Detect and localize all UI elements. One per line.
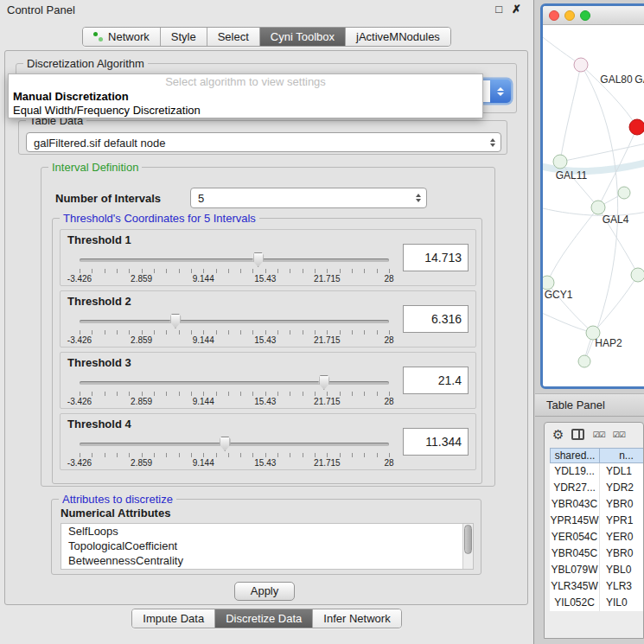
threshold-box: Threshold 1-3.4262.8599.14415.4321.71528… bbox=[60, 229, 476, 286]
list-item-betweennesscentrality[interactable]: BetweennessCentrality bbox=[61, 553, 473, 568]
tick-label: 28 bbox=[384, 335, 393, 345]
network-node-green[interactable] bbox=[618, 187, 630, 199]
tick-label: 28 bbox=[384, 397, 393, 406]
threshold-value-field[interactable]: 21.4 bbox=[403, 367, 469, 394]
tab-cyni-toolbox[interactable]: Cyni Toolbox bbox=[260, 28, 346, 46]
group-title: Interval Definition bbox=[48, 161, 142, 174]
network-canvas[interactable]: GAL80GAGAL11GAL4GCY1HAP2 bbox=[543, 25, 644, 388]
cell-name: YBR0 bbox=[600, 496, 644, 513]
tab-infer-network[interactable]: Infer Network bbox=[313, 609, 400, 628]
zoom-traffic-light[interactable] bbox=[580, 10, 590, 21]
tick-label: 21.715 bbox=[314, 458, 341, 468]
control-panel-titlebar: Control Panel □ ✗ bbox=[0, 0, 533, 19]
network-node-green[interactable] bbox=[591, 201, 605, 214]
slider-thumb[interactable] bbox=[318, 375, 329, 390]
combo-value: galFiltered.sif default node bbox=[34, 136, 165, 149]
network-node-green[interactable] bbox=[553, 155, 567, 169]
slider-tick-labels: -3.4262.8599.14415.4321.71528 bbox=[80, 397, 389, 406]
gear-icon[interactable]: ⚙ bbox=[552, 428, 564, 441]
tab-select[interactable]: Select bbox=[207, 28, 260, 46]
threshold-slider[interactable] bbox=[80, 314, 389, 329]
table-row[interactable]: YDR27...YDR2 bbox=[550, 480, 644, 496]
cell-shared-name: YBL079W bbox=[550, 562, 600, 578]
attributes-list[interactable]: SelfLoopsTopologicalCoefficientBetweenne… bbox=[61, 523, 474, 570]
cell-shared-name: YDR27... bbox=[550, 480, 600, 496]
table-row[interactable]: YIL052CYIL0 bbox=[550, 595, 644, 611]
table-row[interactable]: YPR145WYPR1 bbox=[550, 513, 644, 529]
close-traffic-light[interactable] bbox=[549, 10, 559, 21]
cell-shared-name: YPR145W bbox=[550, 513, 600, 529]
network-node-pink[interactable] bbox=[574, 58, 588, 72]
slider-thumb[interactable] bbox=[220, 437, 231, 451]
cell-shared-name: YLR345W bbox=[550, 578, 600, 595]
algorithm-dropdown-popup: Select algorithm to view settings Manual… bbox=[8, 73, 483, 118]
column-header-2[interactable]: n... bbox=[600, 448, 644, 463]
columns-icon[interactable] bbox=[571, 429, 584, 440]
slider-thumb[interactable] bbox=[169, 314, 181, 328]
network-view-window: GAL80GAGAL11GAL4GCY1HAP2 bbox=[540, 3, 644, 389]
dropdown-option-manual-discretization[interactable]: Manual Discretization bbox=[9, 90, 482, 104]
close-icon[interactable]: ✗ bbox=[512, 3, 521, 16]
dropdown-option-equal-width-frequency-discretization[interactable]: Equal Width/Frequency Discretization bbox=[9, 104, 482, 118]
minimize-traffic-light[interactable] bbox=[564, 10, 575, 21]
vertical-scrollbar[interactable] bbox=[462, 524, 473, 569]
threshold-label: Threshold 1 bbox=[67, 233, 131, 246]
slider-track bbox=[80, 381, 389, 385]
scrollbar-thumb[interactable] bbox=[464, 525, 472, 554]
threshold-value-field[interactable]: 6.316 bbox=[403, 305, 469, 333]
slider-ticks bbox=[80, 330, 390, 335]
tab-impute-data[interactable]: Impute Data bbox=[132, 609, 215, 628]
tab-label: Select bbox=[218, 30, 249, 43]
cell-name: YLR3 bbox=[600, 578, 644, 595]
table-row[interactable]: YLR345WYLR3 bbox=[550, 578, 644, 595]
threshold-value-field[interactable]: 11.344 bbox=[403, 428, 469, 456]
table-data-combobox[interactable]: galFiltered.sif default node bbox=[26, 132, 501, 152]
network-node-green[interactable] bbox=[543, 276, 554, 290]
table-data-group: Table Data galFiltered.sif default node bbox=[18, 120, 507, 155]
numerical-attributes-label: Numerical Attributes bbox=[61, 507, 170, 520]
threshold-box: Threshold 3-3.4262.8599.14415.4321.71528… bbox=[60, 352, 476, 409]
threshold-slider[interactable] bbox=[80, 437, 389, 452]
cyni-toolbox-panel: Discretization Algorithm Select algorith… bbox=[4, 50, 528, 605]
list-item-topologicalcoefficient[interactable]: TopologicalCoefficient bbox=[61, 539, 473, 553]
network-node-green[interactable] bbox=[578, 355, 590, 367]
combo-stepper[interactable] bbox=[416, 194, 421, 202]
slider-track bbox=[80, 258, 389, 262]
table-row[interactable]: YER054CYER0 bbox=[550, 529, 644, 545]
combo-stepper[interactable] bbox=[490, 80, 511, 103]
tab-network[interactable]: Network bbox=[83, 28, 161, 46]
combo-stepper[interactable] bbox=[490, 138, 495, 147]
tick-label: 21.715 bbox=[314, 335, 341, 345]
network-node-green[interactable] bbox=[631, 268, 644, 282]
float-window-icon[interactable]: □ bbox=[495, 3, 502, 16]
network-graph: GAL80GAGAL11GAL4GCY1HAP2 bbox=[543, 25, 644, 388]
tab-label: Style bbox=[171, 30, 196, 43]
table-row[interactable]: YBL079WYBL0 bbox=[550, 562, 644, 578]
thresholds-group: Threshold's Coordinates for 5 Intervals … bbox=[52, 218, 482, 484]
threshold-label: Threshold 4 bbox=[67, 418, 131, 430]
list-item-selfloops[interactable]: SelfLoops bbox=[61, 524, 473, 539]
tab-label: Network bbox=[108, 30, 150, 43]
network-icon bbox=[93, 31, 104, 42]
apply-button[interactable]: Apply bbox=[234, 582, 295, 601]
unselect-columns-icon[interactable]: ☑☑ bbox=[613, 430, 625, 439]
table-row[interactable]: YBR043CYBR0 bbox=[550, 496, 644, 513]
table-row[interactable]: YDL19...YDL1 bbox=[550, 463, 644, 480]
tick-label: 15.43 bbox=[254, 458, 276, 468]
table-row[interactable]: YBR045CYBR0 bbox=[550, 545, 644, 562]
threshold-slider[interactable] bbox=[80, 252, 389, 268]
column-header-1[interactable]: shared... bbox=[550, 448, 600, 463]
cell-name: YBR0 bbox=[600, 545, 644, 562]
number-of-intervals-combobox[interactable]: 5 bbox=[190, 188, 427, 208]
threshold-value-field[interactable]: 14.713 bbox=[403, 244, 469, 271]
down-arrow-icon bbox=[416, 199, 421, 202]
down-arrow-icon bbox=[497, 92, 504, 96]
select-all-columns-icon[interactable]: ☑☑ bbox=[592, 430, 604, 439]
tab-discretize-data[interactable]: Discretize Data bbox=[215, 609, 313, 628]
slider-thumb[interactable] bbox=[252, 252, 264, 267]
tick-label: 15.43 bbox=[254, 335, 276, 345]
threshold-slider[interactable] bbox=[80, 375, 389, 391]
network-node-red[interactable] bbox=[629, 119, 644, 135]
tab-style[interactable]: Style bbox=[161, 28, 207, 46]
tab-jactivemnodules[interactable]: jActiveMNodules bbox=[346, 28, 450, 46]
